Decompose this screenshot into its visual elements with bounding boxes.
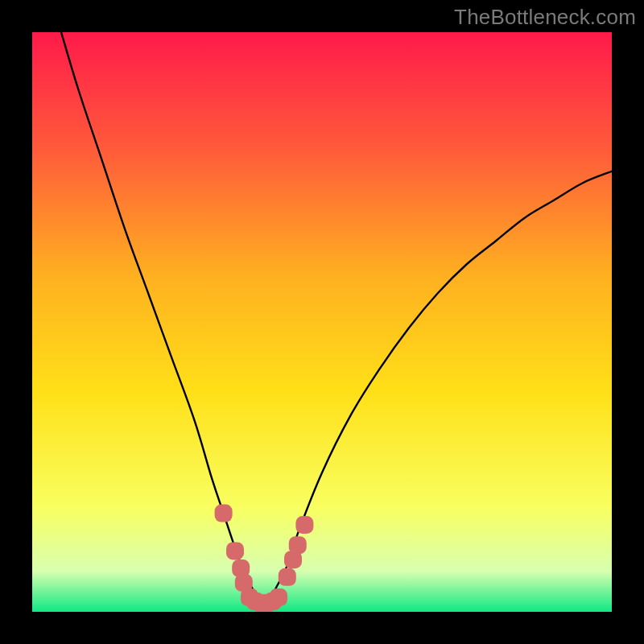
outer-frame: TheBottleneck.com [0, 0, 644, 644]
watermark-text: TheBottleneck.com [454, 5, 636, 30]
curve-marker [270, 588, 287, 606]
plot-area [32, 32, 612, 612]
curve-marker [279, 568, 296, 586]
curve-marker [295, 516, 313, 534]
curve-marker [289, 536, 307, 554]
gradient-background [32, 32, 612, 612]
curve-marker [215, 505, 233, 522]
chart-svg [32, 32, 612, 612]
curve-marker [226, 542, 244, 559]
